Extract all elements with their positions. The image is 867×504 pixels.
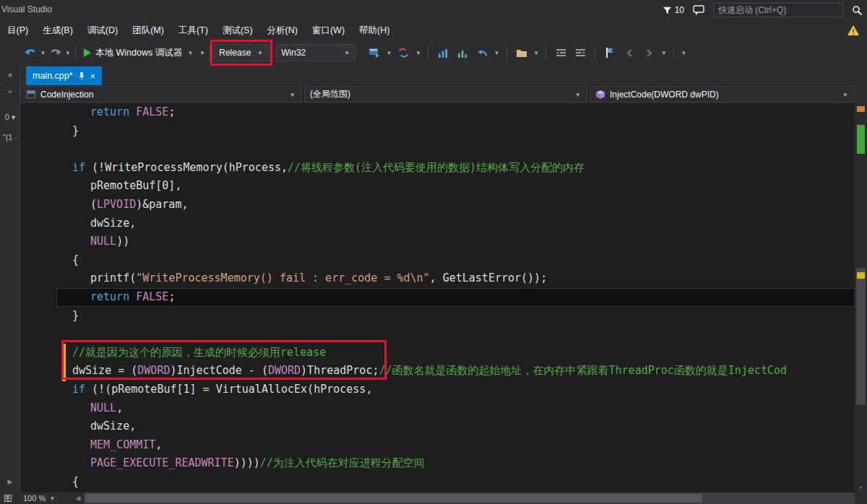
menu-item-6[interactable]: 分析(N) xyxy=(260,20,305,40)
code-line[interactable] xyxy=(56,325,855,344)
code-line[interactable]: return FALSE; xyxy=(56,103,855,122)
zoom-value: 100 % xyxy=(23,494,46,503)
navigate-caret[interactable] xyxy=(493,49,501,56)
code-editor[interactable]: return FALSE;}if (!WriteProcessMemory(hP… xyxy=(20,103,855,492)
panel-expand-icon[interactable]: ▶ xyxy=(0,478,20,485)
refresh-caret[interactable] xyxy=(415,49,423,56)
menu-item-0[interactable]: 目(P) xyxy=(0,20,35,40)
code-token: } xyxy=(72,309,79,322)
pin-icon[interactable] xyxy=(78,71,85,80)
code-line[interactable]: MEM_COMMIT, xyxy=(56,436,855,455)
scroll-down-arrow[interactable]: ▾ xyxy=(855,485,867,491)
bookmark-caret[interactable] xyxy=(660,49,668,56)
indent-decrease-icon[interactable] xyxy=(552,44,569,61)
scroll-left-arrow[interactable] xyxy=(72,495,84,502)
code-token: printf( xyxy=(90,271,136,284)
debug-target-caret xyxy=(186,49,194,56)
undo-button[interactable] xyxy=(22,44,39,61)
method-icon xyxy=(595,90,605,100)
code-line[interactable]: return FALSE; xyxy=(56,288,855,307)
panel-close-icon[interactable]: × xyxy=(0,71,20,79)
menu-item-7[interactable]: 窗口(W) xyxy=(305,20,352,40)
menu-item-2[interactable]: 调试(D) xyxy=(80,20,125,40)
code-token: DWORD xyxy=(268,364,301,377)
warning-icon[interactable] xyxy=(847,25,860,36)
bar-chart-green-icon[interactable] xyxy=(454,44,471,61)
redo-button[interactable] xyxy=(47,44,64,61)
refresh-icon[interactable] xyxy=(395,44,413,61)
start-debug-button[interactable]: 本地 Windows 调试器 xyxy=(79,43,199,62)
horizontal-scrollbar[interactable] xyxy=(84,492,855,504)
tab-main-cpp[interactable]: main.cpp* xyxy=(26,66,102,85)
folder-open-icon[interactable] xyxy=(513,44,530,61)
quick-launch-input[interactable]: 快速启动 (Ctrl+Q) xyxy=(713,3,843,17)
code-line[interactable]: { xyxy=(56,251,855,270)
code-line[interactable]: (LPVOID)&param, xyxy=(56,196,855,214)
tab-close-icon[interactable] xyxy=(90,71,96,81)
menu-item-3[interactable]: 团队(M) xyxy=(125,20,171,40)
code-line[interactable]: dwSize, xyxy=(56,417,855,436)
zoom-control[interactable]: 100 % xyxy=(19,494,72,503)
window-title: Visual Studio xyxy=(1,4,52,14)
menu-item-4[interactable]: 工具(T) xyxy=(171,20,215,40)
code-line[interactable]: dwSize, xyxy=(56,214,855,233)
code-token: } xyxy=(72,124,79,137)
code-line[interactable]: if (!(pRemoteBuf[1] = VirtualAllocEx(hPr… xyxy=(56,381,855,399)
code-line[interactable]: if (!WriteProcessMemory(hProcess,//将线程参数… xyxy=(56,159,855,178)
search-icon[interactable] xyxy=(852,5,863,16)
vertical-scrollbar-thumb[interactable] xyxy=(856,268,866,405)
code-token: dwSize, xyxy=(90,420,136,433)
next-bookmark-icon[interactable] xyxy=(640,44,657,61)
code-token xyxy=(129,290,136,303)
menu-item-1[interactable]: 生成(B) xyxy=(35,20,80,40)
project-caret xyxy=(288,91,296,98)
code-line[interactable]: } xyxy=(56,122,855,141)
tab-label: main.cpp* xyxy=(33,71,73,81)
configuration-combo[interactable]: Release xyxy=(214,44,269,61)
navigation-bar: CodeInjection (全局范围) InjectCode(DWORD dw… xyxy=(20,85,855,103)
indent-increase-icon[interactable] xyxy=(571,44,589,61)
code-line[interactable]: { xyxy=(56,473,855,492)
redo-dropdown-caret[interactable] xyxy=(64,49,72,56)
member-dropdown[interactable]: InjectCode(DWORD dwPID) xyxy=(590,86,855,103)
code-line[interactable] xyxy=(56,140,855,159)
code-line[interactable]: printf("WriteProcessMemory() fail : err_… xyxy=(56,269,855,288)
folder-caret[interactable] xyxy=(532,49,540,56)
menu-item-8[interactable]: 帮助(H) xyxy=(352,20,397,40)
code-line[interactable]: NULL, xyxy=(56,399,855,418)
code-line[interactable]: } xyxy=(56,307,855,326)
code-line[interactable]: pRemoteBuf[0], xyxy=(56,177,855,196)
navigate-back-icon[interactable] xyxy=(473,44,491,61)
code-line[interactable]: //就是因为这个的原因，生成的时候必须用release xyxy=(56,344,855,362)
debug-options-dropdown[interactable] xyxy=(199,49,207,56)
toolbar-separator xyxy=(595,45,595,60)
vertical-scrollbar[interactable]: ▾ xyxy=(855,103,867,492)
project-dropdown[interactable]: CodeInjection xyxy=(20,86,302,103)
configuration-value: Release xyxy=(219,48,256,58)
menu-bar: 目(P)生成(B)调试(D)团队(M)工具(T)测试(S)分析(N)窗口(W)帮… xyxy=(0,20,867,40)
platform-combo[interactable]: Win32 xyxy=(276,44,355,61)
attach-process-caret[interactable] xyxy=(385,49,393,56)
code-token: )))) xyxy=(234,456,260,469)
toolbar-overflow-button[interactable] xyxy=(680,49,688,56)
code-line[interactable]: dwSize = (DWORD)InjectCode - (DWORD)Thre… xyxy=(56,362,855,381)
notifications-button[interactable]: 10 xyxy=(663,5,684,15)
code-line[interactable]: PAGE_EXECUTE_READWRITE))))//为注入代码在对应进程分配… xyxy=(56,454,855,473)
scope-dropdown[interactable]: (全局范围) xyxy=(304,86,587,103)
code-token: //为注入代码在对应进程分配空间 xyxy=(260,456,425,469)
bar-chart-icon[interactable] xyxy=(434,44,452,61)
panel-item-2[interactable]: 0 ▾ xyxy=(0,113,20,122)
previous-bookmark-icon[interactable] xyxy=(621,44,638,61)
horizontal-scrollbar-thumb[interactable] xyxy=(85,494,702,503)
undo-dropdown-caret[interactable] xyxy=(39,49,47,56)
attach-process-icon[interactable] xyxy=(366,44,383,61)
code-token: ; xyxy=(168,290,175,303)
bookmark-flag-icon[interactable] xyxy=(601,44,618,61)
funnel-icon xyxy=(663,6,672,15)
scrollbar-mark xyxy=(857,125,865,154)
code-token: FALSE xyxy=(136,290,168,303)
menu-item-5[interactable]: 测试(S) xyxy=(215,20,260,40)
scrollbar-mark xyxy=(857,272,865,279)
code-line[interactable]: NULL)) xyxy=(56,233,855,251)
feedback-icon[interactable] xyxy=(693,5,704,16)
